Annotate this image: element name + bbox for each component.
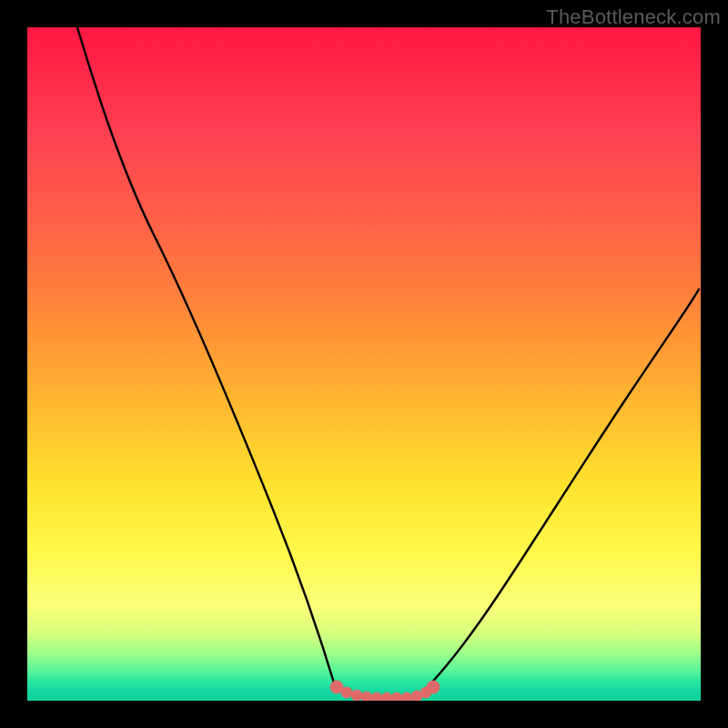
bottom-dots-group xyxy=(330,681,440,701)
curve-overlay xyxy=(27,27,701,701)
dot xyxy=(427,681,440,693)
dot xyxy=(381,693,392,701)
right-curve xyxy=(423,289,699,692)
dot xyxy=(391,693,402,701)
watermark-text: TheBottleneck.com xyxy=(546,5,721,29)
left-curve xyxy=(77,27,337,692)
chart-frame: TheBottleneck.com xyxy=(0,0,728,728)
plot-area xyxy=(27,27,701,701)
dot xyxy=(401,693,412,701)
dot xyxy=(361,692,372,701)
dot xyxy=(371,693,382,701)
dot xyxy=(351,690,362,701)
dot xyxy=(341,687,352,698)
